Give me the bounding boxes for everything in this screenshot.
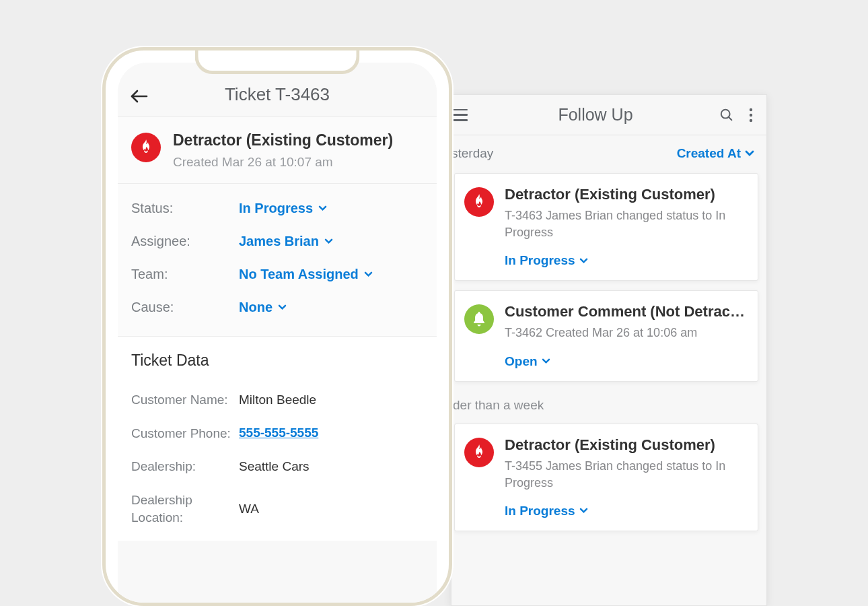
section-older: der than a week: [451, 391, 766, 418]
chevron-down-icon: [324, 238, 333, 244]
ticket-detail-screen: Ticket T-3463 Detractor (Existing Custom…: [102, 47, 452, 606]
more-icon[interactable]: [749, 108, 753, 123]
card-title: Customer Comment (Not Detrac…: [505, 303, 746, 321]
ticket-intro: Detractor (Existing Customer) Created Ma…: [118, 116, 437, 184]
prop-team: Team: No Team Assigned: [131, 258, 423, 291]
team-value: No Team Assigned: [239, 267, 359, 282]
team-dropdown[interactable]: No Team Assigned: [239, 267, 373, 282]
customer-name-label: Customer Name:: [131, 391, 239, 409]
menu-icon[interactable]: [453, 109, 468, 121]
status-label: Status:: [131, 201, 239, 216]
status-dropdown[interactable]: In Progress: [505, 504, 746, 518]
card-title: Detractor (Existing Customer): [505, 186, 746, 203]
status-dropdown[interactable]: In Progress: [239, 201, 327, 216]
customer-phone-link[interactable]: 555-555-5555: [239, 426, 318, 440]
chevron-down-icon: [579, 508, 588, 514]
ticket-data-section: Ticket Data Customer Name: Milton Beedle…: [118, 337, 437, 541]
back-button[interactable]: [130, 89, 149, 104]
followup-screen: Follow Up sterday Created At: [451, 94, 767, 606]
ticket-data-heading: Ticket Data: [131, 351, 423, 370]
card-subtitle: T-3455 James Brian changed status to In …: [505, 458, 746, 492]
fire-icon: [464, 187, 494, 217]
assignee-value: James Brian: [239, 234, 319, 249]
ticket-properties: Status: In Progress Assignee: James Bria…: [118, 184, 437, 337]
bell-icon: [464, 304, 494, 334]
chevron-down-icon: [318, 205, 327, 211]
status-label: In Progress: [505, 504, 575, 518]
assignee-dropdown[interactable]: James Brian: [239, 234, 333, 249]
svg-point-4: [750, 119, 752, 121]
followup-header: Follow Up: [451, 95, 766, 135]
cause-dropdown[interactable]: None: [239, 300, 287, 315]
dealership-label: Dealership:: [131, 458, 239, 475]
dealership-value: Seattle Cars: [239, 459, 310, 474]
chevron-down-icon: [364, 271, 373, 277]
row-dealership: Dealership: Seattle Cars: [131, 450, 423, 483]
intro-created: Created Mar 26 at 10:07 am: [173, 155, 393, 170]
status-label: In Progress: [505, 253, 575, 268]
fire-icon: [464, 438, 494, 467]
status-value: In Progress: [239, 201, 313, 216]
ticket-title: Ticket T-3463: [225, 84, 330, 105]
ticket-card[interactable]: Detractor (Existing Customer) T-3455 Jam…: [454, 424, 758, 531]
sort-label: Created At: [677, 146, 741, 161]
row-dealership-location: Dealership Location: WA: [131, 483, 423, 534]
team-label: Team:: [131, 267, 239, 282]
row-customer-name: Customer Name: Milton Beedle: [131, 383, 423, 417]
svg-point-3: [750, 113, 752, 116]
chevron-down-icon: [278, 304, 287, 310]
svg-line-1: [729, 116, 732, 120]
ticket-card[interactable]: Customer Comment (Not Detrac… T-3462 Cre…: [454, 290, 758, 381]
row-customer-phone: Customer Phone: 555-555-5555: [131, 417, 423, 450]
sort-dropdown[interactable]: Created At: [677, 146, 754, 161]
customer-phone-label: Customer Phone:: [131, 425, 239, 442]
prop-status: Status: In Progress: [131, 192, 423, 225]
cause-value: None: [239, 300, 273, 315]
card-subtitle: T-3462 Created Mar 26 at 10:06 am: [505, 325, 746, 341]
status-dropdown[interactable]: Open: [505, 354, 746, 369]
chevron-down-icon: [579, 258, 588, 264]
search-icon[interactable]: [719, 108, 734, 123]
customer-name-value: Milton Beedle: [239, 393, 316, 407]
card-title: Detractor (Existing Customer): [505, 436, 746, 454]
status-label: Open: [505, 354, 538, 369]
chevron-down-icon: [542, 358, 550, 364]
dealership-location-label: Dealership Location:: [131, 492, 239, 526]
status-dropdown[interactable]: In Progress: [505, 253, 746, 268]
fire-icon: [131, 133, 161, 162]
svg-point-2: [750, 108, 752, 110]
assignee-label: Assignee:: [131, 234, 239, 249]
dealership-location-value: WA: [239, 502, 259, 516]
section-yesterday: sterday: [451, 146, 493, 161]
cause-label: Cause:: [131, 300, 239, 315]
card-subtitle: T-3463 James Brian changed status to In …: [505, 207, 746, 241]
sort-row: sterday Created At: [451, 135, 766, 168]
phone-notch: [195, 50, 360, 74]
ticket-card[interactable]: Detractor (Existing Customer) T-3463 Jam…: [454, 173, 758, 281]
intro-title: Detractor (Existing Customer): [173, 131, 393, 149]
prop-cause: Cause: None: [131, 291, 423, 324]
prop-assignee: Assignee: James Brian: [131, 225, 423, 258]
followup-title: Follow Up: [472, 105, 719, 125]
chevron-down-icon: [745, 150, 754, 157]
